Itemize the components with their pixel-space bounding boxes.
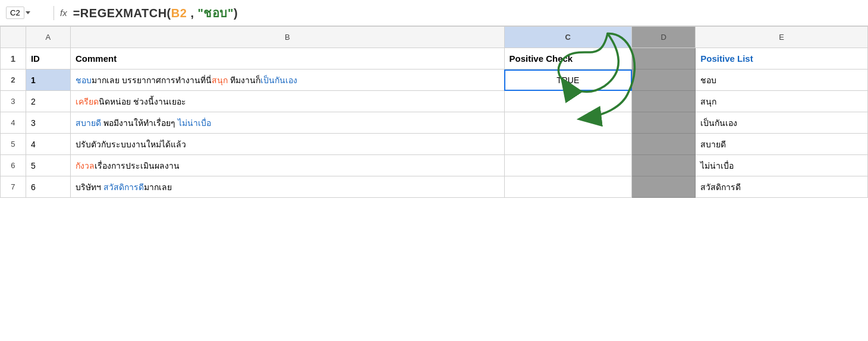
cell-reference-area: C2 xyxy=(6,7,48,19)
cell-c5[interactable] xyxy=(504,134,632,155)
cell-b6[interactable]: กังวลเรื่องการประเมินผลงาน xyxy=(71,155,505,176)
cell-d7[interactable] xyxy=(632,176,696,198)
cell-e7[interactable]: สวัสดิการดี xyxy=(696,176,868,198)
cell-d2[interactable] xyxy=(632,70,696,91)
text-span: สบายดี xyxy=(76,118,101,128)
table-row: 4 3 สบายดี พอมีงานให้ทำเรื่อยๆ ไม่น่าเบื… xyxy=(1,112,868,134)
formula-separator xyxy=(54,6,54,20)
text-span: เป็นกันเอง xyxy=(260,75,297,85)
cell-a4[interactable]: 3 xyxy=(26,112,70,134)
table-row: 3 2 เครียดนิดหน่อย ช่วงนี้งานเยอะ สนุก xyxy=(1,91,868,112)
cell-e5[interactable]: สบายดี xyxy=(696,134,868,155)
cell-c6[interactable] xyxy=(504,155,632,176)
cell-a1[interactable]: ID xyxy=(26,48,70,70)
cell-d5[interactable] xyxy=(632,134,696,155)
cell-d6[interactable] xyxy=(632,155,696,176)
cell-c3[interactable] xyxy=(504,91,632,112)
text-span: เครียด xyxy=(76,97,99,106)
cell-a3[interactable]: 2 xyxy=(26,91,70,112)
row-num-7: 7 xyxy=(1,176,26,198)
cell-d1[interactable] xyxy=(632,48,696,70)
cell-e1[interactable]: Positive List xyxy=(696,48,868,70)
cell-ref-box[interactable]: C2 xyxy=(6,7,24,19)
text-span: ทีมงานก็ xyxy=(228,75,260,85)
col-header-a[interactable]: A xyxy=(26,27,70,48)
table-row: 7 6 บริษัทฯ สวัสดิการดีมากเลย สวัสดิการด… xyxy=(1,176,868,198)
text-span: พอมีงานให้ทำเรื่อยๆ xyxy=(101,118,178,128)
cell-c1[interactable]: Positive Check xyxy=(504,48,632,70)
cell-b4[interactable]: สบายดี พอมีงานให้ทำเรื่อยๆ ไม่น่าเบื่อ xyxy=(71,112,505,134)
text-span: ไม่น่าเบื่อ xyxy=(178,118,211,128)
column-header-row: A B C D E xyxy=(1,27,868,48)
cell-b2[interactable]: ชอบมากเลย บรรยากาศการทำงานที่นี่สนุก ทีม… xyxy=(71,70,505,91)
cell-d3[interactable] xyxy=(632,91,696,112)
formula-string: "ชอบ" xyxy=(198,7,234,20)
cell-ref-dropdown-icon[interactable] xyxy=(26,11,30,14)
text-span: ปรับตัวกับระบบงานใหม่ได้แล้ว xyxy=(76,140,186,149)
col-header-c[interactable]: C xyxy=(504,27,632,48)
cell-e4[interactable]: เป็นกันเอง xyxy=(696,112,868,134)
table-row: 5 4 ปรับตัวกับระบบงานใหม่ได้แล้ว สบายดี xyxy=(1,134,868,155)
text-span: บริษัทฯ xyxy=(76,182,103,192)
cell-c2[interactable]: TRUE xyxy=(504,70,632,91)
formula-b2: B2 xyxy=(171,7,187,20)
cell-b7[interactable]: บริษัทฯ สวัสดิการดีมากเลย xyxy=(71,176,505,198)
spreadsheet: A B C D E 1 ID Comment Positive Check Po… xyxy=(0,26,868,198)
cell-c4[interactable] xyxy=(504,112,632,134)
cell-d4[interactable] xyxy=(632,112,696,134)
text-span: มากเลย xyxy=(144,182,172,192)
cell-e2[interactable]: ชอบ xyxy=(696,70,868,91)
cell-a7[interactable]: 6 xyxy=(26,176,70,198)
row-num-2: 2 xyxy=(1,70,26,91)
table-row: 1 ID Comment Positive Check Positive Lis… xyxy=(1,48,868,70)
text-span: ชอบ xyxy=(76,75,92,85)
row-num-6: 6 xyxy=(1,155,26,176)
formula-bar: C2 fx =REGEXMATCH(B2 , "ชอบ") xyxy=(0,0,868,26)
cell-a2[interactable]: 1 xyxy=(26,70,70,91)
text-span: นิดหน่อย ช่วงนี้งานเยอะ xyxy=(99,97,186,106)
cell-a6[interactable]: 5 xyxy=(26,155,70,176)
text-span: มากเลย บรรยากาศการทำงานที่นี่ xyxy=(92,75,212,85)
col-header-d[interactable]: D xyxy=(632,27,696,48)
col-header-b[interactable]: B xyxy=(71,27,505,48)
cell-a5[interactable]: 4 xyxy=(26,134,70,155)
cell-e6[interactable]: ไม่น่าเบื่อ xyxy=(696,155,868,176)
row-num-5: 5 xyxy=(1,134,26,155)
cell-b1[interactable]: Comment xyxy=(71,48,505,70)
cell-b5[interactable]: ปรับตัวกับระบบงานใหม่ได้แล้ว xyxy=(71,134,505,155)
text-span: กังวล xyxy=(76,161,95,170)
spreadsheet-table: A B C D E 1 ID Comment Positive Check Po… xyxy=(0,26,868,198)
text-span: เรื่องการประเมินผลงาน xyxy=(95,161,180,170)
table-row: 2 1 ชอบมากเลย บรรยากาศการทำงานที่นี่สนุก… xyxy=(1,70,868,91)
fx-icon: fx xyxy=(60,8,67,18)
cell-e3[interactable]: สนุก xyxy=(696,91,868,112)
row-num-4: 4 xyxy=(1,112,26,134)
row-num-1: 1 xyxy=(1,48,26,70)
row-num-3: 3 xyxy=(1,91,26,112)
col-header-e[interactable]: E xyxy=(696,27,868,48)
text-span: สนุก xyxy=(212,75,228,85)
cell-b3[interactable]: เครียดนิดหน่อย ช่วงนี้งานเยอะ xyxy=(71,91,505,112)
cell-c7[interactable] xyxy=(504,176,632,198)
text-span: สวัสดิการดี xyxy=(103,182,144,192)
formula-display: =REGEXMATCH(B2 , "ชอบ") xyxy=(73,4,238,23)
corner-cell xyxy=(1,27,26,48)
table-row: 6 5 กังวลเรื่องการประเมินผลงาน ไม่น่าเบื… xyxy=(1,155,868,176)
